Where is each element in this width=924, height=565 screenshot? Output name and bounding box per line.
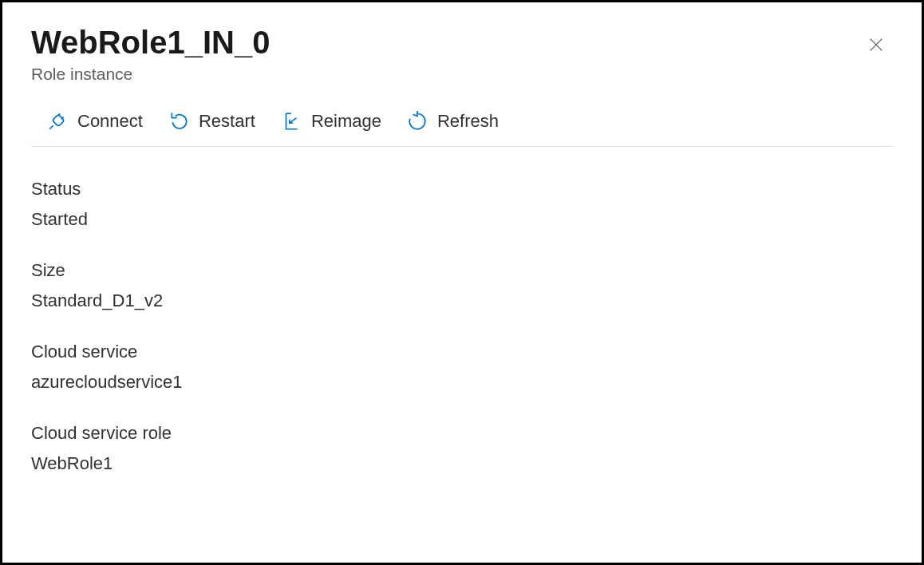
cloud-service-label: Cloud service — [31, 342, 893, 362]
page-subtitle: Role instance — [31, 65, 270, 84]
cloud-service-role-value: WebRole1 — [31, 453, 893, 474]
property-size: Size Standard_D1_v2 — [31, 260, 893, 311]
title-block: WebRole1_IN_0 Role instance — [31, 25, 270, 84]
property-cloud-service: Cloud service azurecloudservice1 — [31, 342, 893, 393]
connect-icon — [47, 111, 68, 132]
restart-icon — [168, 111, 189, 132]
cloud-service-role-label: Cloud service role — [31, 423, 893, 444]
property-cloud-service-role: Cloud service role WebRole1 — [31, 423, 893, 474]
restart-label: Restart — [199, 111, 255, 132]
property-status: Status Started — [31, 179, 893, 230]
connect-label: Connect — [77, 111, 143, 132]
page-title: WebRole1_IN_0 — [31, 25, 270, 60]
properties-section: Status Started Size Standard_D1_v2 Cloud… — [31, 179, 893, 474]
command-toolbar: Connect Restart Reimage — [31, 108, 893, 147]
refresh-button[interactable]: Refresh — [405, 108, 500, 135]
close-button[interactable] — [863, 31, 890, 61]
size-label: Size — [31, 260, 893, 281]
status-label: Status — [31, 179, 893, 200]
refresh-icon — [407, 111, 428, 132]
status-value: Started — [31, 209, 893, 230]
reimage-icon — [281, 111, 302, 132]
close-icon — [867, 44, 885, 56]
restart-button[interactable]: Restart — [167, 108, 257, 135]
size-value: Standard_D1_v2 — [31, 290, 893, 311]
svg-line-3 — [49, 125, 53, 128]
reimage-button[interactable]: Reimage — [279, 108, 383, 135]
connect-button[interactable]: Connect — [45, 108, 144, 135]
panel-header: WebRole1_IN_0 Role instance — [31, 25, 893, 84]
cloud-service-value: azurecloudservice1 — [31, 372, 893, 393]
role-instance-panel: WebRole1_IN_0 Role instance Connect — [0, 0, 924, 565]
refresh-label: Refresh — [437, 111, 499, 132]
reimage-label: Reimage — [311, 111, 381, 132]
svg-rect-2 — [52, 114, 64, 126]
